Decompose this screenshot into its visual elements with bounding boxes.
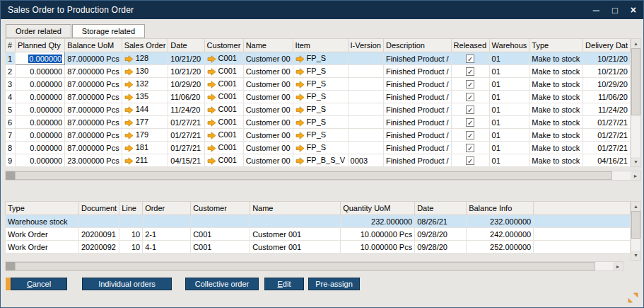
scroll-down-icon[interactable]: ▼	[631, 251, 640, 260]
cell-description[interactable]: Finished Product /	[383, 116, 451, 129]
cell-sales-order[interactable]: 144	[122, 103, 168, 116]
cell-balance-uom[interactable]: 87.000000 Pcs	[65, 129, 122, 142]
orders-table-row[interactable]: 3 0.000000 87.000000 Pcs 132 10/29/20 C0…	[6, 78, 631, 91]
details-column-splitter[interactable]	[6, 262, 15, 270]
cell-item[interactable]: FP_S	[293, 78, 348, 91]
cell-warehouse[interactable]: 01	[489, 154, 529, 167]
cell-row-number[interactable]: 1	[6, 52, 16, 65]
cancel-button[interactable]: Cancel	[11, 278, 67, 290]
cell-date[interactable]: 04/15/21	[168, 154, 204, 167]
scroll-up-icon[interactable]: ▲	[631, 39, 640, 48]
orders-table-row[interactable]: 9 0.000000 23.000000 Pcs 211 04/15/21 C0…	[6, 154, 631, 167]
cell-name[interactable]: Customer 00	[243, 103, 293, 116]
cell-planned-qty[interactable]: 0.000000	[16, 154, 65, 167]
link-arrow-icon[interactable]	[124, 132, 134, 139]
orders-col-warehouse[interactable]: Warehous	[489, 39, 529, 52]
details-table-row[interactable]: Warehouse stock 232.000000 08/26/21 232.…	[6, 215, 631, 228]
link-arrow-icon[interactable]	[207, 157, 216, 165]
cell-type[interactable]: Make to stock	[529, 52, 583, 65]
cell-delivery-date[interactable]: 04/16/21	[583, 154, 631, 167]
cell-type[interactable]: Make to stock	[529, 91, 583, 103]
released-checkbox[interactable]: ✓	[466, 156, 474, 165]
cell-i-version[interactable]	[348, 52, 383, 65]
cell-document[interactable]: 20200091	[79, 228, 119, 241]
link-arrow-icon[interactable]	[124, 55, 134, 63]
cell-delivery-date[interactable]: 01/27/21	[583, 129, 631, 142]
close-icon[interactable]: ×	[631, 5, 636, 15]
link-arrow-icon[interactable]	[124, 119, 134, 127]
cell-item[interactable]: FP_S	[293, 91, 348, 103]
orders-table-row[interactable]: 5 0.000000 87.000000 Pcs 144 11/24/20 C0…	[6, 103, 631, 116]
cell-balance-uom[interactable]: 87.000000 Pcs	[65, 78, 122, 91]
link-arrow-icon[interactable]	[124, 106, 134, 114]
cell-sales-order[interactable]: 128	[122, 52, 168, 65]
link-arrow-icon[interactable]	[124, 81, 134, 89]
minimize-icon[interactable]: ─	[593, 6, 599, 15]
cell-balance-info[interactable]: 252.000000	[467, 241, 534, 253]
details-vscroll-thumb[interactable]	[631, 211, 640, 239]
cell-planned-qty[interactable]: 0.000000	[16, 129, 65, 142]
cell-warehouse[interactable]: 01	[489, 103, 529, 116]
maximize-icon[interactable]: □	[612, 6, 618, 15]
orders-col-delivery-date[interactable]: Delivery Dat	[583, 39, 631, 52]
orders-col-released[interactable]: Released	[451, 39, 489, 52]
cell-warehouse[interactable]: 01	[489, 65, 529, 78]
cell-row-number[interactable]: 5	[6, 103, 16, 116]
cell-item[interactable]: FP_S	[293, 103, 348, 116]
cell-customer[interactable]: C001	[191, 228, 250, 241]
cell-released[interactable]: ✓	[451, 65, 489, 78]
cell-released[interactable]: ✓	[451, 116, 489, 129]
cell-name[interactable]: Customer 00	[243, 154, 293, 167]
details-col-type[interactable]: Type	[6, 202, 79, 215]
details-horizontal-scrollbar[interactable]: ►	[5, 261, 623, 271]
cell-customer[interactable]: C001	[204, 65, 243, 78]
details-col-name[interactable]: Name	[250, 202, 341, 215]
link-arrow-icon[interactable]	[207, 132, 216, 139]
details-table-row[interactable]: Work Order 20200091 10 2-1 C001 Customer…	[6, 228, 631, 241]
cell-balance-uom[interactable]: 87.000000 Pcs	[65, 103, 122, 116]
cell-customer[interactable]	[191, 215, 250, 228]
cell-i-version[interactable]	[348, 142, 383, 154]
cell-delivery-date[interactable]: 11/06/20	[583, 91, 631, 103]
details-col-quantity-uom[interactable]: Quantity UoM	[341, 202, 415, 215]
orders-col-item[interactable]: Item	[293, 39, 348, 52]
cell-type[interactable]: Make to stock	[529, 154, 583, 167]
cell-line[interactable]: 10	[119, 241, 143, 253]
orders-col-number[interactable]: #	[6, 39, 16, 52]
link-arrow-icon[interactable]	[207, 55, 216, 63]
cell-delivery-date[interactable]: 10/21/20	[583, 52, 631, 65]
cell-row-number[interactable]: 3	[6, 78, 16, 91]
cell-description[interactable]: Finished Product /	[383, 103, 451, 116]
cell-description[interactable]: Finished Product /	[383, 78, 451, 91]
cell-name[interactable]: Customer 00	[243, 65, 293, 78]
cell-customer[interactable]: C001	[204, 91, 243, 103]
details-hscroll-thumb[interactable]	[15, 262, 595, 270]
cell-description[interactable]: Finished Product /	[383, 91, 451, 103]
cell-item[interactable]: FP_S	[293, 129, 348, 142]
cell-sales-order[interactable]: 132	[122, 78, 168, 91]
cell-date[interactable]: 11/24/20	[168, 103, 204, 116]
link-arrow-icon[interactable]	[295, 93, 305, 101]
cell-type[interactable]: Make to stock	[529, 103, 583, 116]
orders-col-customer[interactable]: Customer	[204, 39, 243, 52]
cell-description[interactable]: Finished Product /	[383, 142, 451, 154]
cell-name[interactable]: Customer 00	[243, 91, 293, 103]
cell-name[interactable]: Customer 00	[243, 142, 293, 154]
details-table-row[interactable]: Work Order 20200092 10 4-1 C001 Customer…	[6, 241, 631, 253]
collective-order-button[interactable]: Collective order	[185, 278, 259, 290]
cell-customer[interactable]: C001	[204, 103, 243, 116]
orders-column-splitter[interactable]	[6, 171, 15, 180]
released-checkbox[interactable]: ✓	[466, 80, 474, 89]
cell-name[interactable]: Customer 001	[250, 241, 341, 253]
details-col-document[interactable]: Document	[79, 202, 119, 215]
cell-balance-info[interactable]: 242.000000	[467, 228, 534, 241]
scroll-up-icon[interactable]: ▲	[631, 202, 640, 211]
cell-sales-order[interactable]: 177	[122, 116, 168, 129]
cell-type[interactable]: Work Order	[6, 228, 79, 241]
cell-row-number[interactable]: 2	[6, 65, 16, 78]
cell-row-number[interactable]: 6	[6, 116, 16, 129]
cell-customer[interactable]: C001	[204, 129, 243, 142]
cell-delivery-date[interactable]: 10/21/20	[583, 65, 631, 78]
details-col-order[interactable]: Order	[143, 202, 191, 215]
released-checkbox[interactable]: ✓	[466, 131, 474, 139]
